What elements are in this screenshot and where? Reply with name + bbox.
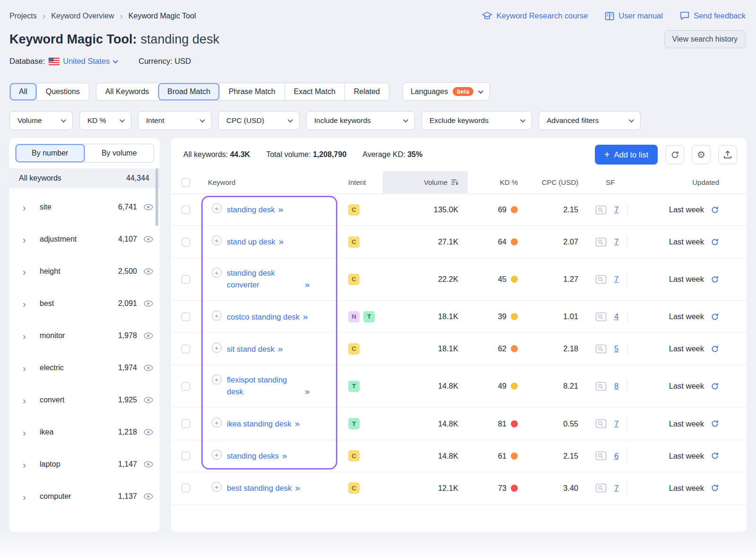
refresh-icon[interactable] [711, 382, 719, 391]
eye-icon[interactable] [144, 461, 153, 468]
column-header-volume[interactable]: Volume [383, 171, 468, 193]
intent-filter[interactable]: Intent [138, 111, 212, 130]
sidebar-group-laptop[interactable]: › laptop 1,147 [9, 448, 160, 480]
keyword-link[interactable]: costco standing desk» [227, 310, 308, 324]
serp-features-icon[interactable] [595, 382, 607, 391]
tab-phrase-match[interactable]: Phrase Match [219, 83, 284, 100]
keyword-link[interactable]: stand up desk» [227, 235, 284, 249]
add-keyword-icon[interactable]: + [212, 311, 222, 321]
serp-features-icon[interactable] [595, 312, 607, 322]
sidebar-group-adjustment[interactable]: › adjustment 4,107 [9, 223, 160, 255]
expand-keyword-icon[interactable]: » [303, 312, 308, 322]
breadcrumb-link-projects[interactable]: Projects [9, 12, 37, 20]
refresh-icon[interactable] [711, 452, 719, 460]
sort-by-number-tab[interactable]: By number [16, 144, 85, 162]
keyword-link[interactable]: standing desk» [227, 203, 283, 217]
sidebar-group-height[interactable]: › height 2,500 [9, 255, 160, 287]
expand-keyword-icon[interactable]: » [305, 386, 310, 396]
serp-features-icon[interactable] [595, 483, 607, 493]
breadcrumb-link-keyword-overview[interactable]: Keyword Overview [51, 12, 114, 20]
keyword-link[interactable]: best standing desk» [227, 481, 300, 495]
row-checkbox[interactable] [181, 382, 190, 391]
serp-features-icon[interactable] [595, 451, 607, 461]
sidebar-group-computer[interactable]: › computer 1,137 [9, 480, 160, 513]
eye-icon[interactable] [144, 268, 153, 275]
keyword-link[interactable]: ikea standing desk» [227, 417, 300, 431]
sidebar-group-electric[interactable]: › electric 1,974 [9, 352, 160, 384]
all-keywords-group[interactable]: All keywords 44,344 [9, 168, 160, 188]
serp-features-icon[interactable] [595, 237, 607, 247]
sf-count-link[interactable]: 8 [614, 382, 619, 391]
sidebar-scrollbar[interactable] [155, 168, 158, 226]
row-checkbox[interactable] [181, 345, 190, 353]
refresh-icon[interactable] [711, 484, 719, 492]
add-keyword-icon[interactable]: + [212, 203, 222, 213]
add-keyword-icon[interactable]: + [212, 450, 222, 460]
add-keyword-icon[interactable]: + [212, 268, 222, 278]
include-keywords-filter[interactable]: Include keywords [306, 111, 415, 130]
add-keyword-icon[interactable]: + [212, 343, 222, 353]
tab-questions[interactable]: Questions [36, 83, 89, 100]
table-settings-button[interactable]: ⚙ [692, 145, 711, 164]
row-checkbox[interactable] [181, 484, 190, 492]
add-keyword-icon[interactable]: + [212, 374, 222, 384]
add-to-list-button[interactable]: + Add to list [595, 145, 658, 165]
select-all-checkbox[interactable] [181, 178, 190, 187]
tab-all[interactable]: All [10, 83, 36, 100]
exclude-keywords-filter[interactable]: Exclude keywords [421, 111, 532, 130]
eye-icon[interactable] [144, 332, 153, 339]
tab-broad-match[interactable]: Broad Match [158, 83, 219, 100]
sf-count-link[interactable]: 7 [614, 275, 619, 284]
row-checkbox[interactable] [181, 275, 190, 284]
column-header-kd[interactable]: KD % [468, 178, 524, 186]
tab-all-keywords[interactable]: All Keywords [96, 83, 158, 100]
row-checkbox[interactable] [181, 313, 190, 321]
sidebar-group-convert[interactable]: › convert 1,925 [9, 384, 160, 416]
add-keyword-icon[interactable]: + [212, 418, 222, 427]
export-button[interactable] [718, 145, 737, 164]
refresh-table-button[interactable] [665, 145, 684, 164]
refresh-icon[interactable] [711, 238, 719, 246]
tab-related[interactable]: Related [344, 83, 389, 100]
sf-count-link[interactable]: 7 [614, 419, 619, 428]
eye-icon[interactable] [144, 204, 153, 210]
row-checkbox[interactable] [181, 238, 190, 246]
sidebar-group-site[interactable]: › site 6,741 [9, 191, 160, 223]
eye-icon[interactable] [144, 236, 153, 243]
expand-keyword-icon[interactable]: » [278, 204, 284, 214]
refresh-icon[interactable] [711, 419, 719, 428]
advanced-filters[interactable]: Advanced filters [539, 111, 641, 130]
column-header-intent[interactable]: Intent [337, 178, 383, 186]
sf-count-link[interactable]: 7 [614, 205, 619, 214]
eye-icon[interactable] [144, 493, 153, 500]
cpc-filter[interactable]: CPC (USD) [218, 111, 300, 130]
row-checkbox[interactable] [181, 452, 190, 460]
languages-dropdown[interactable]: Languages beta [403, 82, 490, 101]
column-header-updated[interactable]: Updated [643, 178, 747, 186]
column-header-sf[interactable]: SF [591, 178, 643, 186]
sf-count-link[interactable]: 7 [614, 484, 619, 493]
add-keyword-icon[interactable]: + [212, 235, 222, 245]
sf-count-link[interactable]: 6 [614, 452, 619, 461]
keyword-research-course-link[interactable]: Keyword Research course [482, 11, 588, 20]
expand-keyword-icon[interactable]: » [295, 483, 301, 493]
user-manual-link[interactable]: User manual [605, 11, 663, 20]
keyword-link[interactable]: standing desk converter» [227, 267, 310, 291]
kd-filter[interactable]: KD % [79, 111, 131, 130]
sf-count-link[interactable]: 7 [614, 237, 619, 246]
sf-count-link[interactable]: 4 [614, 312, 619, 321]
refresh-icon[interactable] [711, 345, 719, 353]
database-selector[interactable]: United States [49, 57, 117, 66]
serp-features-icon[interactable] [595, 275, 607, 284]
sort-by-volume-tab[interactable]: By volume [85, 144, 154, 162]
expand-keyword-icon[interactable]: » [295, 418, 300, 428]
eye-icon[interactable] [144, 300, 153, 307]
eye-icon[interactable] [144, 365, 153, 371]
sidebar-group-best[interactable]: › best 2,091 [9, 287, 160, 320]
serp-features-icon[interactable] [595, 344, 607, 354]
sidebar-group-ikea[interactable]: › ikea 1,218 [9, 416, 160, 448]
tab-exact-match[interactable]: Exact Match [284, 83, 344, 100]
column-header-keyword[interactable]: Keyword [200, 178, 337, 186]
sf-count-link[interactable]: 5 [614, 344, 619, 353]
row-checkbox[interactable] [181, 419, 190, 428]
